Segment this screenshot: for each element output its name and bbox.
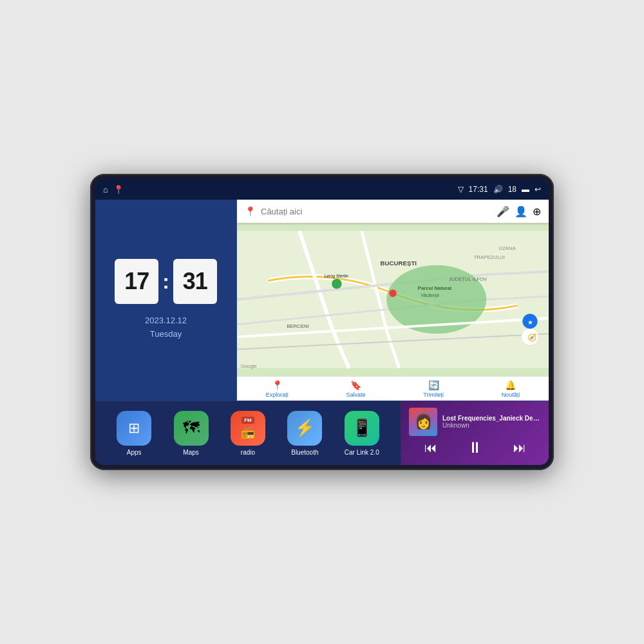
microphone-icon[interactable]: 🎤	[497, 205, 509, 218]
clock-display: 17 : 31	[115, 259, 217, 304]
clock-minute: 31	[173, 259, 217, 304]
app-icon-bluetooth[interactable]: ⚡ Bluetooth	[287, 411, 322, 456]
app-icon-maps[interactable]: 🗺 Maps	[174, 411, 209, 456]
explore-icon: 📍	[272, 380, 283, 390]
map-nav-saved[interactable]: 🔖 Salvate	[346, 380, 366, 398]
clock-colon: :	[162, 270, 169, 294]
apps-label: Apps	[127, 449, 142, 456]
news-icon: 🔔	[505, 380, 516, 390]
music-title: Lost Frequencies_Janieck Devy-...	[442, 415, 541, 422]
map-pin-icon: 📍	[245, 206, 256, 216]
svg-text:Google: Google	[241, 363, 257, 369]
radio-label: radio	[241, 449, 255, 456]
device-screen: ⌂ 📍 ▽ 17:31 🔊 18 ▬ ↩ 17 : 31	[95, 179, 549, 465]
music-thumb-person: 👩	[415, 413, 432, 430]
map-search-bar[interactable]: 📍 🎤 👤 ⊕	[237, 200, 549, 223]
map-widget[interactable]: 📍 🎤 👤 ⊕	[237, 200, 549, 401]
main-area: 17 : 31 2023.12.12 Tuesday 📍	[95, 200, 549, 465]
car-display-device: ⌂ 📍 ▽ 17:31 🔊 18 ▬ ↩ 17 : 31	[90, 174, 554, 470]
battery-level: 18	[508, 185, 516, 194]
svg-point-12	[389, 290, 397, 298]
svg-text:Leroy Merlin: Leroy Merlin	[325, 274, 348, 279]
clock-date-value: 2023.12.12	[145, 314, 187, 328]
maps-label: Maps	[183, 449, 198, 456]
next-button[interactable]: ⏭	[511, 438, 529, 458]
map-nav-explore[interactable]: 📍 Explorați	[266, 380, 289, 398]
map-nav-send[interactable]: 🔄 Trimiteți	[423, 380, 444, 398]
svg-text:JUDEȚUL ILFOV: JUDEȚUL ILFOV	[449, 276, 488, 282]
map-nav-bar: 📍 Explorați 🔖 Salvate 🔄 Trimiteți �	[237, 376, 549, 401]
maps-status-icon[interactable]: 📍	[113, 185, 124, 194]
app-icon-carlink[interactable]: 📱 Car Link 2.0	[345, 411, 379, 456]
news-label: Noutăți	[502, 392, 520, 398]
svg-text:TRAPEZULUI: TRAPEZULUI	[474, 254, 505, 260]
clock-hour: 17	[115, 259, 158, 304]
status-time: 17:31	[469, 185, 488, 194]
bluetooth-icon-wrapper: ⚡	[287, 411, 322, 446]
svg-point-4	[332, 279, 341, 289]
maps-icon: 🗺	[183, 418, 200, 438]
map-svg: Parcul Natural Văcărești Leroy Merlin BU…	[237, 223, 549, 376]
status-right-info: ▽ 17:31 🔊 18 ▬ ↩	[458, 185, 541, 194]
music-info: 👩 Lost Frequencies_Janieck Devy-... Unkn…	[409, 408, 541, 436]
map-search-right-icons: 🎤 👤 ⊕	[497, 205, 541, 218]
music-text: Lost Frequencies_Janieck Devy-... Unknow…	[442, 415, 541, 429]
music-controls: ⏮ ⏸ ⏭	[409, 436, 541, 459]
carlink-label: Car Link 2.0	[345, 449, 379, 456]
svg-text:Văcărești: Văcărești	[421, 293, 440, 298]
app-icon-radio[interactable]: FM 📻 radio	[231, 411, 265, 456]
map-search-input[interactable]	[261, 207, 491, 216]
explore-label: Explorați	[266, 392, 289, 398]
app-icon-apps[interactable]: ⊞ Apps	[117, 411, 151, 456]
svg-text:★: ★	[527, 319, 533, 326]
carlink-icon-wrapper: 📱	[345, 411, 379, 446]
radio-speaker-icon: 📻	[241, 425, 255, 439]
music-player: 👩 Lost Frequencies_Janieck Devy-... Unkn…	[401, 401, 549, 465]
layers-icon[interactable]: ⊕	[533, 205, 541, 218]
prev-button[interactable]: ⏮	[422, 438, 440, 458]
status-left-icons: ⌂ 📍	[103, 185, 124, 194]
app-icons-area: ⊞ Apps 🗺 Maps FM 📻	[95, 401, 401, 465]
bluetooth-label: Bluetooth	[291, 449, 318, 456]
svg-text:🧭: 🧭	[527, 333, 537, 342]
music-thumbnail: 👩	[409, 408, 437, 436]
carlink-icon: 📱	[352, 418, 372, 438]
volume-icon: 🔊	[493, 185, 503, 194]
radio-icon-wrapper: FM 📻	[231, 411, 265, 446]
clock-date: 2023.12.12 Tuesday	[145, 314, 187, 341]
battery-icon: ▬	[522, 185, 529, 194]
account-icon[interactable]: 👤	[515, 205, 527, 218]
top-section: 17 : 31 2023.12.12 Tuesday 📍	[95, 200, 549, 401]
play-pause-button[interactable]: ⏸	[465, 436, 486, 459]
map-content[interactable]: Parcul Natural Văcărești Leroy Merlin BU…	[237, 223, 549, 376]
send-icon: 🔄	[428, 380, 439, 390]
clock-day-value: Tuesday	[145, 328, 187, 341]
bottom-section: ⊞ Apps 🗺 Maps FM 📻	[95, 401, 549, 465]
svg-text:UZANA: UZANA	[499, 245, 516, 251]
saved-label: Salvate	[346, 392, 366, 398]
svg-text:BUCUREȘTI: BUCUREȘTI	[381, 260, 417, 267]
apps-icon-wrapper: ⊞	[117, 411, 151, 446]
back-icon[interactable]: ↩	[535, 185, 541, 194]
clock-widget: 17 : 31 2023.12.12 Tuesday	[95, 200, 237, 401]
svg-text:BERCENI: BERCENI	[287, 323, 308, 329]
home-icon[interactable]: ⌂	[103, 185, 108, 194]
svg-text:Parcul Natural: Parcul Natural	[418, 285, 451, 291]
map-nav-news[interactable]: 🔔 Noutăți	[502, 380, 520, 398]
music-artist: Unknown	[442, 422, 541, 429]
apps-icon: ⊞	[128, 420, 140, 437]
signal-icon: ▽	[458, 185, 464, 194]
saved-icon: 🔖	[350, 380, 361, 390]
maps-icon-wrapper: 🗺	[174, 411, 209, 446]
status-bar: ⌂ 📍 ▽ 17:31 🔊 18 ▬ ↩	[95, 179, 549, 200]
send-label: Trimiteți	[423, 392, 444, 398]
music-thumb-visual: 👩	[409, 408, 437, 436]
bluetooth-icon: ⚡	[294, 418, 315, 438]
